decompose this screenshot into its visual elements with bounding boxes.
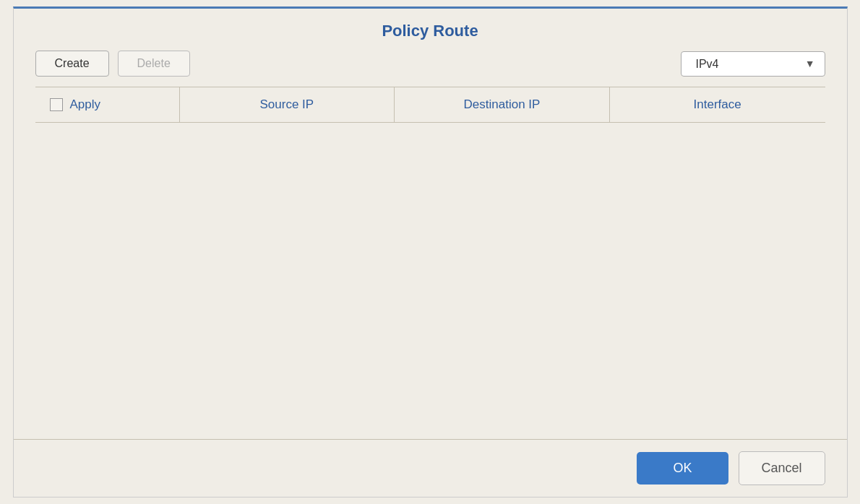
column-header-source-ip: Source IP <box>180 87 395 122</box>
dialog-title: Policy Route <box>14 9 847 51</box>
apply-checkbox[interactable] <box>50 98 63 111</box>
table-header: Apply Source IP Destination IP Interface <box>35 87 825 123</box>
ipv4-select-wrapper: IPv4 IPv6 ▼ <box>681 51 825 77</box>
toolbar-left: Create Delete <box>35 51 190 77</box>
toolbar: Create Delete IPv4 IPv6 ▼ <box>14 51 847 87</box>
cancel-button[interactable]: Cancel <box>739 451 825 485</box>
table-body <box>35 123 825 439</box>
policy-route-dialog: Policy Route Create Delete IPv4 IPv6 ▼ A… <box>13 6 848 498</box>
column-header-apply: Apply <box>35 87 180 122</box>
ipv4-select[interactable]: IPv4 IPv6 <box>681 51 825 77</box>
column-header-interface: Interface <box>610 87 825 122</box>
delete-button[interactable]: Delete <box>118 51 190 77</box>
column-header-destination-ip: Destination IP <box>395 87 610 122</box>
create-button[interactable]: Create <box>35 51 109 77</box>
table-area: Apply Source IP Destination IP Interface <box>14 87 847 439</box>
dialog-footer: OK Cancel <box>14 439 847 497</box>
ok-button[interactable]: OK <box>637 452 728 485</box>
